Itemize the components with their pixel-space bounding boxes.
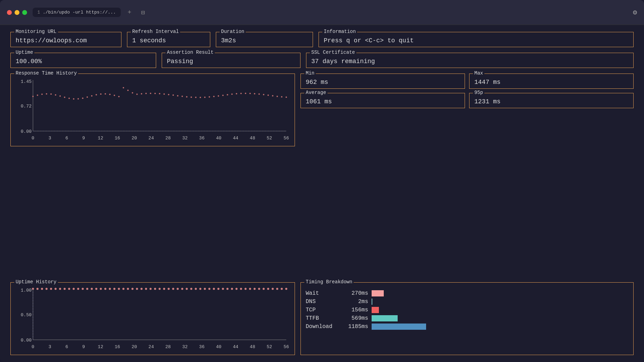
information-label: Information (322, 29, 357, 34)
timing-row: Wait270ms (306, 290, 628, 296)
response-time-title: Response Time History (14, 70, 78, 76)
information-box: Information Press q or <C-c> to quit (319, 32, 634, 47)
avg-value: 1061 ms (306, 98, 460, 105)
timing-item-value: 156ms (340, 307, 368, 313)
p95-label: 95p (473, 90, 484, 95)
timing-bar (372, 307, 379, 313)
timing-item-label: DNS (306, 299, 337, 305)
assertion-label: Assertion Result (166, 50, 215, 55)
timing-item-value: 569ms (340, 315, 368, 321)
tab-command: ./bin/updo -url https://... (43, 10, 116, 15)
timing-rows: Wait270msDNS2msTCP156msTTFB569msDownload… (306, 290, 628, 330)
maximize-button[interactable] (22, 10, 27, 15)
max-value: 1447 ms (474, 79, 628, 86)
timing-bar (372, 299, 372, 305)
tab-view-button[interactable]: ⊟ (138, 7, 148, 18)
timing-item-value: 270ms (340, 290, 368, 296)
traffic-lights (7, 10, 27, 15)
info-row: Monitoring URL https://owloops.com Refre… (10, 32, 634, 47)
ssl-value: 37 days remaining (311, 58, 628, 65)
ssl-label: SSL Certificate (310, 50, 356, 55)
min-label: Min (304, 70, 316, 76)
timing-row: Download1185ms (306, 324, 628, 330)
app-window: 1 ./bin/updo -url https://... + ⊟ ⚙ Moni… (0, 0, 644, 362)
main-content: Monitoring URL https://owloops.com Refre… (0, 25, 644, 362)
uptime-chart-container: Uptime History (10, 282, 295, 355)
charts-row: Response Time History Min 962 ms Max 144… (10, 74, 634, 277)
duration-label: Duration (220, 29, 246, 34)
uptime-history-title: Uptime History (14, 279, 58, 285)
avg-label: Average (304, 90, 328, 95)
uptime-value: 100.00% (16, 58, 151, 65)
response-time-chart: Response Time History (10, 74, 295, 146)
min-value: 962 ms (306, 79, 460, 86)
timing-row: TTFB569ms (306, 315, 628, 321)
uptime-label: Uptime (14, 50, 34, 55)
p95-box: 95p 1231 ms (469, 93, 634, 108)
status-row: Uptime 100.00% Assertion Result Passing … (10, 53, 634, 68)
timing-item-label: Wait (306, 290, 337, 296)
assertion-box: Assertion Result Passing (162, 53, 300, 68)
monitoring-url-label: Monitoring URL (14, 29, 58, 34)
min-box: Min 962 ms (300, 74, 465, 89)
timing-item-label: TTFB (306, 315, 337, 321)
tab-number: 1 (37, 10, 40, 15)
timing-title: Timing Breakdown (304, 279, 354, 285)
max-label: Max (473, 70, 484, 76)
stats-grid: Min 962 ms Max 1447 ms Average 1061 ms 9… (300, 74, 634, 277)
stats-row-top: Min 962 ms Max 1447 ms (300, 74, 634, 89)
timing-bar (372, 315, 398, 321)
timing-breakdown-box: Timing Breakdown Wait270msDNS2msTCP156ms… (300, 282, 634, 355)
bottom-row: Uptime History Timing Breakdown Wait270m… (10, 282, 634, 355)
information-value: Press q or <C-c> to quit (324, 37, 628, 44)
settings-icon[interactable]: ⚙ (633, 8, 637, 17)
timing-item-label: TCP (306, 307, 337, 313)
close-button[interactable] (7, 10, 12, 15)
add-tab-button[interactable]: + (125, 8, 134, 17)
minimize-button[interactable] (15, 10, 19, 15)
timing-row: DNS2ms (306, 299, 628, 305)
timing-bar-container (372, 299, 628, 305)
timing-bar-container (372, 324, 628, 330)
timing-row: TCP156ms (306, 307, 628, 313)
active-tab[interactable]: 1 ./bin/updo -url https://... (33, 8, 121, 17)
p95-value: 1231 ms (474, 98, 628, 105)
refresh-interval-box: Refresh Interval 1 seconds (127, 32, 210, 47)
assertion-value: Passing (167, 58, 295, 65)
uptime-box: Uptime 100.00% (10, 53, 156, 68)
refresh-interval-value: 1 seconds (132, 37, 205, 44)
duration-box: Duration 3m2s (216, 32, 313, 47)
timing-bar-container (372, 290, 628, 296)
ssl-box: SSL Certificate 37 days remaining (306, 53, 634, 68)
refresh-interval-label: Refresh Interval (131, 29, 180, 34)
monitoring-url-box: Monitoring URL https://owloops.com (10, 32, 121, 47)
uptime-chart: Uptime History (10, 282, 295, 355)
timing-item-label: Download (306, 324, 337, 330)
timing-bar (372, 290, 384, 296)
timing-bar (372, 324, 426, 330)
tab-bar: 1 ./bin/updo -url https://... + ⊟ (33, 7, 627, 18)
max-box: Max 1447 ms (469, 74, 634, 89)
response-time-container: Response Time History (10, 74, 295, 277)
stats-row-bottom: Average 1061 ms 95p 1231 ms (300, 93, 634, 108)
duration-value: 3m2s (221, 37, 308, 44)
avg-box: Average 1061 ms (300, 93, 465, 108)
monitoring-url-value: https://owloops.com (16, 37, 116, 44)
timing-item-value: 2ms (340, 299, 368, 305)
timing-item-value: 1185ms (340, 324, 368, 330)
timing-bar-container (372, 307, 628, 313)
timing-bar-container (372, 315, 628, 321)
titlebar: 1 ./bin/updo -url https://... + ⊟ ⚙ (0, 0, 644, 25)
